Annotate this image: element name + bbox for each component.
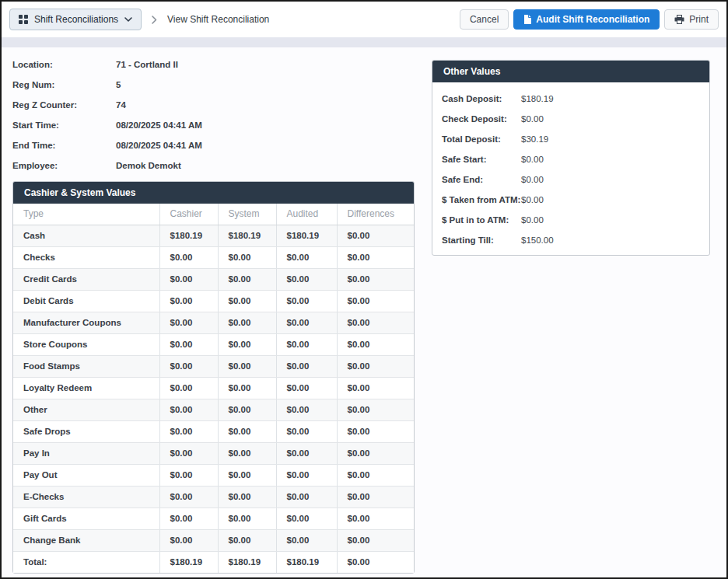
detail-value: 08/20/2025 04:41 AM — [116, 120, 202, 130]
system-value-cell: $0.00 — [218, 247, 276, 269]
type-cell: Manufacturer Coupons — [13, 312, 159, 334]
other-value-amount: $0.00 — [521, 155, 544, 164]
differences-value-cell: $0.00 — [337, 312, 414, 334]
total-differences-cell: $0.00 — [337, 552, 414, 574]
differences-value-cell: $0.00 — [337, 487, 414, 508]
other-value-label: Total Deposit: — [442, 134, 521, 144]
detail-label: Reg Z Counter: — [12, 100, 116, 110]
differences-value-cell: $0.00 — [337, 421, 414, 443]
detail-row: Employee:Demok Demokt — [12, 161, 415, 170]
table-row: Other$0.00$0.00$0.00$0.00 — [13, 399, 414, 421]
topbar-actions: Cancel Audit Shift Reconciliation Print — [460, 9, 719, 30]
type-cell: Change Bank — [13, 530, 159, 552]
document-icon — [523, 15, 531, 24]
details-section: Location:71 - Cortland IIReg Num:5Reg Z … — [12, 60, 415, 170]
type-cell: Cash — [13, 225, 159, 247]
table-row: Checks$0.00$0.00$0.00$0.00 — [13, 247, 414, 269]
system-value-cell: $0.00 — [218, 269, 276, 291]
type-cell: Safe Drops — [13, 421, 159, 443]
audited-value-cell: $0.00 — [276, 508, 337, 530]
column-header-cashier: Cashier — [159, 204, 218, 225]
shift-reconciliations-dropdown[interactable]: Shift Reconciliations — [9, 9, 142, 30]
audited-value-cell: $0.00 — [276, 421, 337, 443]
type-cell: Other — [13, 399, 159, 421]
other-value-amount: $0.00 — [521, 215, 544, 225]
system-value-cell: $0.00 — [218, 465, 276, 487]
other-value-label: Check Deposit: — [442, 114, 521, 124]
differences-value-cell: $0.00 — [337, 291, 414, 312]
cashier-value-cell: $0.00 — [159, 487, 218, 508]
differences-value-cell: $0.00 — [337, 247, 414, 269]
other-value-amount: $0.00 — [521, 195, 544, 204]
differences-value-cell: $0.00 — [337, 378, 414, 399]
system-value-cell: $0.00 — [218, 443, 276, 465]
table-row: Pay Out$0.00$0.00$0.00$0.00 — [13, 465, 414, 487]
type-cell: Pay Out — [13, 465, 159, 487]
system-value-cell: $0.00 — [218, 487, 276, 508]
cashier-value-cell: $0.00 — [159, 421, 218, 443]
system-value-cell: $0.00 — [218, 508, 276, 530]
audited-value-cell: $0.00 — [276, 291, 337, 312]
printer-icon — [674, 15, 684, 24]
type-cell: Gift Cards — [13, 508, 159, 530]
other-values-body: Cash Deposit:$180.19Check Deposit:$0.00T… — [432, 82, 709, 255]
left-column: Location:71 - Cortland IIReg Num:5Reg Z … — [12, 60, 415, 574]
system-value-cell: $0.00 — [218, 399, 276, 421]
differences-value-cell: $0.00 — [337, 399, 414, 421]
audit-shift-reconciliation-button[interactable]: Audit Shift Reconciliation — [513, 9, 660, 30]
table-row: Safe Drops$0.00$0.00$0.00$0.00 — [13, 421, 414, 443]
detail-label: End Time: — [12, 141, 116, 150]
table-row: Manufacturer Coupons$0.00$0.00$0.00$0.00 — [13, 312, 414, 334]
cashier-table-body: Cash$180.19$180.19$180.19$0.00Checks$0.0… — [13, 225, 414, 552]
column-header-type: Type — [13, 204, 159, 225]
cashier-value-cell: $0.00 — [159, 334, 218, 356]
grid-icon — [19, 15, 28, 24]
differences-value-cell: $0.00 — [337, 465, 414, 487]
other-value-row: Check Deposit:$0.00 — [432, 109, 709, 129]
cashier-value-cell: $0.00 — [159, 291, 218, 312]
column-header-system: System — [218, 204, 276, 225]
type-cell: E-Checks — [13, 487, 159, 508]
cashier-value-cell: $0.00 — [159, 399, 218, 421]
total-audited-cell: $180.19 — [276, 552, 337, 574]
differences-value-cell: $0.00 — [337, 508, 414, 530]
cashier-table-title: Cashier & System Values — [13, 182, 414, 204]
other-value-amount: $0.00 — [521, 114, 544, 124]
table-row: E-Checks$0.00$0.00$0.00$0.00 — [13, 487, 414, 508]
other-value-row: $ Put in to ATM:$0.00 — [432, 210, 709, 230]
other-value-label: Cash Deposit: — [442, 94, 521, 103]
total-row: Total: $180.19 $180.19 $180.19 $0.00 — [13, 552, 414, 574]
detail-label: Location: — [12, 60, 116, 69]
system-value-cell: $180.19 — [218, 225, 276, 247]
total-system-cell: $180.19 — [218, 552, 276, 574]
cashier-value-cell: $0.00 — [159, 247, 218, 269]
audited-value-cell: $0.00 — [276, 356, 337, 378]
differences-value-cell: $0.00 — [337, 269, 414, 291]
print-button[interactable]: Print — [664, 9, 719, 30]
other-value-row: Safe Start:$0.00 — [432, 149, 709, 169]
cancel-button[interactable]: Cancel — [460, 9, 509, 30]
nav-dropdown-label: Shift Reconciliations — [34, 14, 118, 25]
detail-value: 08/20/2025 04:41 AM — [116, 141, 202, 150]
other-value-row: $ Taken from ATM:$0.00 — [432, 190, 709, 210]
audited-value-cell: $0.00 — [276, 530, 337, 552]
differences-value-cell: $0.00 — [337, 356, 414, 378]
other-value-row: Cash Deposit:$180.19 — [432, 89, 709, 109]
audited-value-cell: $0.00 — [276, 269, 337, 291]
cashier-value-cell: $0.00 — [159, 443, 218, 465]
other-value-row: Total Deposit:$30.19 — [432, 129, 709, 149]
cashier-system-values-table: Type Cashier System Audited Differences … — [13, 204, 414, 573]
cashier-value-cell: $0.00 — [159, 508, 218, 530]
system-value-cell: $0.00 — [218, 356, 276, 378]
detail-value: 71 - Cortland II — [116, 60, 178, 69]
column-header-differences: Differences — [337, 204, 414, 225]
type-cell: Debit Cards — [13, 291, 159, 312]
other-values-panel: Other Values Cash Deposit:$180.19Check D… — [432, 60, 710, 256]
cashier-value-cell: $0.00 — [159, 312, 218, 334]
cashier-value-cell: $0.00 — [159, 465, 218, 487]
table-row: Store Coupons$0.00$0.00$0.00$0.00 — [13, 334, 414, 356]
audited-value-cell: $0.00 — [276, 378, 337, 399]
system-value-cell: $0.00 — [218, 291, 276, 312]
other-value-amount: $180.19 — [521, 94, 554, 103]
audited-value-cell: $0.00 — [276, 465, 337, 487]
